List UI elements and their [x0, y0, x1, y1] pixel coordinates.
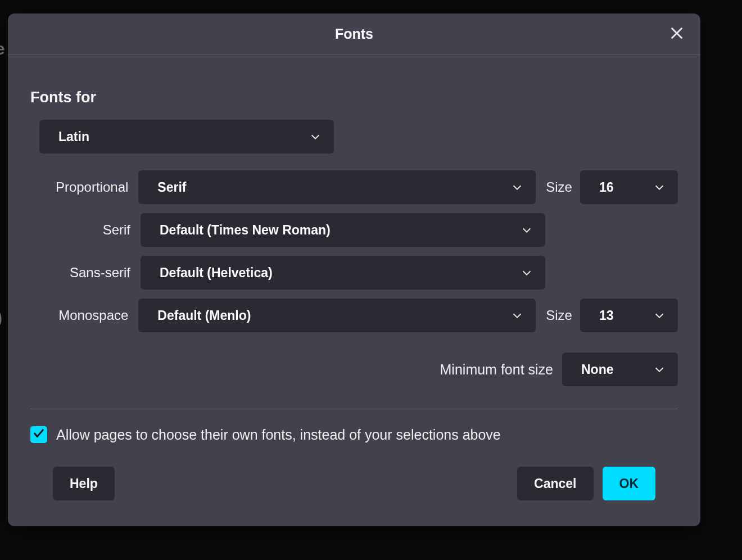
dialog-header: Fonts [8, 13, 700, 55]
dialog-title: Fonts [335, 26, 373, 42]
chevron-down-icon [511, 309, 523, 322]
minimum-font-size-row: Minimum font size None [30, 353, 678, 386]
monospace-size-value: 13 [599, 308, 614, 323]
serif-select-value: Default (Times New Roman) [160, 223, 331, 238]
sans-serif-label: Sans-serif [30, 265, 141, 281]
chevron-down-icon [521, 267, 533, 279]
dialog-body: Fonts for Latin Proportional Serif Size … [8, 55, 700, 526]
proportional-size-value: 16 [599, 180, 614, 195]
chevron-down-icon [521, 224, 533, 236]
allow-pages-label: Allow pages to choose their own fonts, i… [56, 427, 501, 443]
minimum-font-size-value: None [581, 362, 614, 377]
background-text-fragment: e [0, 39, 5, 58]
allow-pages-row: Allow pages to choose their own fonts, i… [30, 426, 678, 443]
cancel-button-label: Cancel [534, 476, 576, 491]
help-button[interactable]: Help [53, 467, 115, 500]
proportional-size-label: Size [546, 179, 572, 195]
minimum-font-size-select[interactable]: None [562, 353, 678, 386]
divider [30, 409, 678, 409]
help-button-label: Help [70, 476, 98, 491]
fonts-dialog: Fonts Fonts for Latin Proportional Serif… [8, 13, 700, 526]
serif-select[interactable]: Default (Times New Roman) [141, 213, 545, 247]
close-icon [669, 25, 685, 43]
ok-button-label: OK [619, 476, 639, 491]
fonts-for-heading: Fonts for [30, 89, 678, 106]
proportional-select-value: Serif [157, 180, 186, 195]
sans-serif-row: Sans-serif Default (Helvetica) [30, 256, 678, 290]
chevron-down-icon [653, 181, 666, 193]
chevron-down-icon [511, 181, 523, 193]
script-select[interactable]: Latin [39, 120, 334, 153]
chevron-down-icon [653, 363, 666, 376]
sans-serif-select[interactable]: Default (Helvetica) [141, 256, 545, 290]
monospace-row: Monospace Default (Menlo) Size 13 [30, 299, 678, 332]
chevron-down-icon [309, 130, 322, 143]
proportional-label: Proportional [30, 179, 138, 195]
chevron-down-icon [653, 309, 666, 322]
serif-row: Serif Default (Times New Roman) [30, 213, 678, 247]
dialog-footer: Help Cancel OK [30, 467, 678, 521]
cancel-button[interactable]: Cancel [517, 467, 593, 500]
serif-label: Serif [30, 222, 141, 238]
close-button[interactable] [666, 23, 688, 46]
proportional-size-select[interactable]: 16 [580, 170, 678, 204]
script-select-value: Latin [58, 129, 89, 144]
background-text-fragment: ) [0, 308, 2, 327]
footer-right: Cancel OK [517, 467, 655, 500]
proportional-select[interactable]: Serif [138, 170, 536, 204]
monospace-label: Monospace [30, 308, 138, 323]
ok-button[interactable]: OK [603, 467, 656, 500]
monospace-size-select[interactable]: 13 [580, 299, 678, 332]
proportional-row: Proportional Serif Size 16 [30, 170, 678, 204]
sans-serif-select-value: Default (Helvetica) [160, 265, 273, 281]
monospace-size-label: Size [546, 308, 572, 323]
check-icon [33, 427, 45, 442]
allow-pages-checkbox[interactable] [30, 426, 47, 443]
minimum-font-size-label: Minimum font size [440, 362, 553, 378]
monospace-select[interactable]: Default (Menlo) [138, 299, 536, 332]
monospace-select-value: Default (Menlo) [157, 308, 251, 323]
